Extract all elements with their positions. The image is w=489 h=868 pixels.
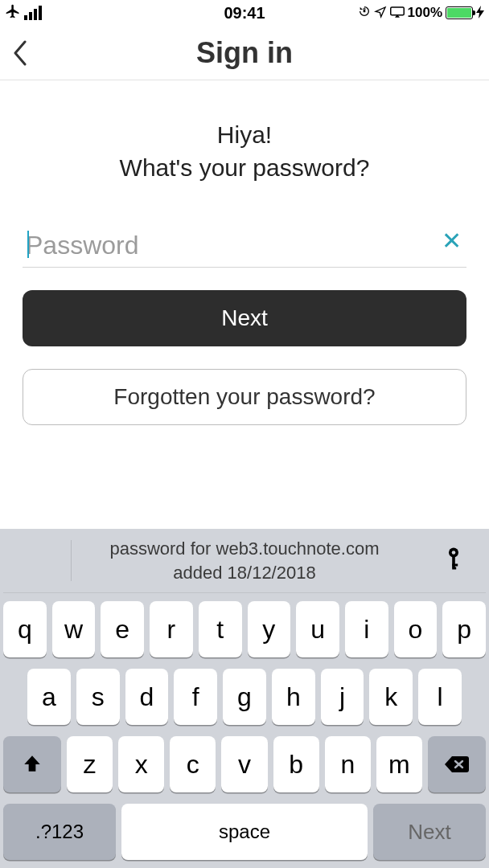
shift-key[interactable] xyxy=(3,736,61,792)
keyboard-row-3: zxcvbnm xyxy=(3,736,486,792)
key-f[interactable]: f xyxy=(174,669,217,725)
close-icon: ✕ xyxy=(442,227,462,254)
keyboard-row-4: .?123 space Next xyxy=(3,804,486,860)
forgot-password-button[interactable]: Forgotten your password? xyxy=(23,369,466,425)
key-s[interactable]: s xyxy=(76,669,120,725)
shift-icon xyxy=(22,754,43,775)
keyboard-rows: qwertyuiop asdfghjkl zxcvbnm .?123 space… xyxy=(3,593,486,860)
key-c[interactable]: c xyxy=(170,736,216,792)
clear-input-button[interactable]: ✕ xyxy=(442,229,462,253)
suggestion-divider xyxy=(71,540,72,581)
keyboard: password for web3.touchnote.com added 18… xyxy=(0,529,489,868)
suggestion-line1: password for web3.touchnote.com xyxy=(109,537,379,561)
key-u[interactable]: u xyxy=(296,601,339,657)
key-w[interactable]: w xyxy=(52,601,96,657)
key-l[interactable]: l xyxy=(418,669,462,725)
key-j[interactable]: j xyxy=(321,669,364,725)
password-field-wrap: ✕ xyxy=(23,229,466,268)
svg-rect-1 xyxy=(390,7,404,15)
space-key[interactable]: space xyxy=(121,804,368,860)
svg-rect-5 xyxy=(452,563,458,566)
rotation-lock-icon xyxy=(358,5,371,21)
symbols-key[interactable]: .?123 xyxy=(3,804,116,860)
backspace-key[interactable] xyxy=(428,736,486,792)
status-right: 100% xyxy=(358,5,484,21)
chevron-left-icon xyxy=(12,40,28,66)
keychain-icon[interactable] xyxy=(444,546,463,575)
keyboard-row-1: qwertyuiop xyxy=(3,601,486,657)
key-e[interactable]: e xyxy=(101,601,144,657)
key-d[interactable]: d xyxy=(125,669,169,725)
key-k[interactable]: k xyxy=(369,669,413,725)
status-left xyxy=(5,3,42,23)
key-v[interactable]: v xyxy=(221,736,267,792)
text-cursor xyxy=(27,231,29,258)
key-q[interactable]: q xyxy=(3,601,47,657)
charging-icon xyxy=(476,6,484,21)
svg-rect-0 xyxy=(363,10,365,12)
key-g[interactable]: g xyxy=(223,669,266,725)
battery-icon xyxy=(446,6,473,19)
keyboard-next-key[interactable]: Next xyxy=(373,804,486,860)
key-m[interactable]: m xyxy=(376,736,422,792)
key-y[interactable]: y xyxy=(248,601,291,657)
password-input[interactable] xyxy=(23,229,466,262)
location-icon xyxy=(374,6,387,21)
back-button[interactable] xyxy=(0,26,40,80)
nav-header: Sign in xyxy=(0,26,489,80)
key-b[interactable]: b xyxy=(273,736,319,792)
airplay-icon xyxy=(390,6,405,20)
svg-rect-6 xyxy=(452,567,456,569)
main-content: Hiya! What's your password? ✕ Next Forgo… xyxy=(0,80,489,529)
status-time: 09:41 xyxy=(224,4,265,23)
airplane-mode-icon xyxy=(5,3,21,23)
backspace-icon xyxy=(444,755,470,774)
greeting-line2: What's your password? xyxy=(120,152,370,185)
key-h[interactable]: h xyxy=(272,669,315,725)
key-z[interactable]: z xyxy=(67,736,113,792)
page-title: Sign in xyxy=(196,36,293,70)
suggestion-line2: added 18/12/2018 xyxy=(109,561,379,585)
greeting-line1: Hiya! xyxy=(120,119,370,152)
key-o[interactable]: o xyxy=(394,601,438,657)
next-button[interactable]: Next xyxy=(23,290,466,346)
key-r[interactable]: r xyxy=(150,601,193,657)
key-n[interactable]: n xyxy=(325,736,371,792)
key-p[interactable]: p xyxy=(442,601,486,657)
keyboard-suggestion-bar[interactable]: password for web3.touchnote.com added 18… xyxy=(3,529,486,593)
key-a[interactable]: a xyxy=(27,669,71,725)
key-i[interactable]: i xyxy=(345,601,388,657)
greeting-text: Hiya! What's your password? xyxy=(120,119,370,184)
key-t[interactable]: t xyxy=(199,601,242,657)
keyboard-row-3-letters: zxcvbnm xyxy=(67,736,422,792)
battery-pct: 100% xyxy=(408,5,442,21)
keyboard-row-2: asdfghjkl xyxy=(3,669,486,725)
status-bar: 09:41 100% xyxy=(0,0,489,26)
svg-point-3 xyxy=(452,551,456,555)
cell-signal-icon xyxy=(24,6,42,20)
password-autofill-suggestion[interactable]: password for web3.touchnote.com added 18… xyxy=(109,537,379,584)
key-x[interactable]: x xyxy=(118,736,164,792)
